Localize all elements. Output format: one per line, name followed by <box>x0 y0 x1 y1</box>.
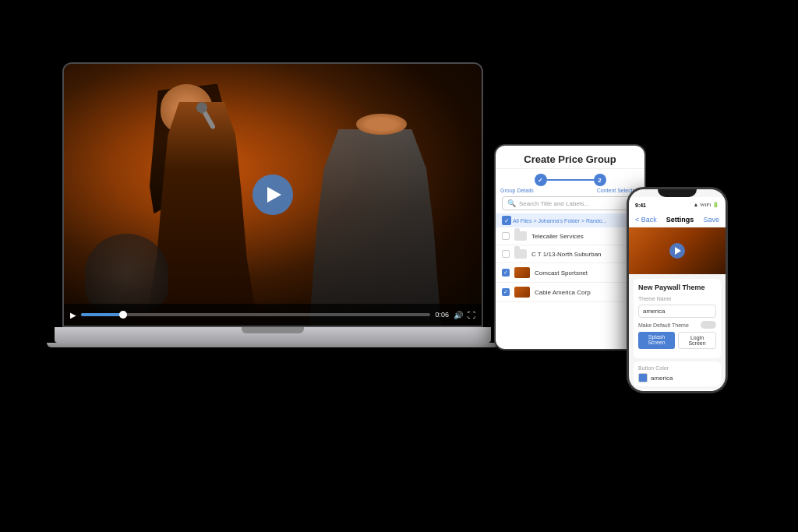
play-button[interactable] <box>252 174 293 215</box>
laptop: ▶ 0:06 🔊 ⛶ <box>47 62 499 405</box>
default-toggle-label: Make Default Theme <box>638 322 689 328</box>
tablet-header: Create Price Group <box>496 146 644 169</box>
guitarist-figure <box>302 129 449 326</box>
breadcrumb-checkbox[interactable]: ✓ <box>502 216 511 225</box>
time-display: 0:06 <box>435 311 449 319</box>
guitarist-head <box>356 114 406 135</box>
list-item: C T 1/13-North Suburban <box>496 245 644 263</box>
button-color-label: Button Color <box>638 365 716 371</box>
phone-form-section: New Paywall Theme Theme Name america Mak… <box>634 279 721 358</box>
item-label-3: Cable America Corp <box>535 289 591 296</box>
phone-back-button[interactable]: < Back <box>635 216 657 224</box>
item-checkbox-2[interactable]: ✓ <box>502 269 510 277</box>
button-text-color-section: Button Text Colour #fff <box>634 389 721 393</box>
folder-icon <box>514 231 527 241</box>
tablet-breadcrumb: ✓ All Files > Johanna's Folder > Rando..… <box>496 213 644 227</box>
step-line <box>547 179 594 181</box>
phone: 9:41 ▲ WiFi 🔋 < Back Settings Save New P… <box>627 187 728 393</box>
item-checkbox-1[interactable] <box>502 250 510 258</box>
phone-time: 9:41 <box>635 203 646 208</box>
progress-bar[interactable] <box>81 313 430 316</box>
phone-form-title: New Paywall Theme <box>638 284 716 291</box>
tablet: Create Price Group ✓ 2 Group Details Con… <box>494 144 646 351</box>
phone-video-thumbnail <box>629 227 726 274</box>
item-label-1: C T 1/13-North Suburban <box>531 251 602 258</box>
concert-background: ▶ 0:06 🔊 ⛶ <box>64 64 482 326</box>
screen-btn-row: Splash Screen Login Screen <box>638 332 716 349</box>
progress-thumb <box>119 311 127 319</box>
tablet-steps: ✓ 2 <box>496 169 644 188</box>
drum-kit <box>85 234 168 312</box>
tablet-search[interactable]: 🔍 Search Title and Labels... <box>502 196 638 210</box>
play-icon <box>267 187 281 203</box>
video-thumbnail <box>514 267 530 278</box>
item-label-2: Comcast Sportsnet <box>535 270 588 277</box>
list-item: ✓ Comcast Sportsnet <box>496 263 644 283</box>
phone-notch <box>658 189 697 197</box>
phone-status-bar: 9:41 ▲ WiFi 🔋 <box>629 197 726 213</box>
phone-save-button[interactable]: Save <box>703 216 719 224</box>
step-labels: Group Details Content Selection <box>496 188 644 193</box>
default-toggle-row: Make Default Theme <box>638 321 716 329</box>
check-icon: ✓ <box>504 217 510 224</box>
laptop-screen-outer: ▶ 0:06 🔊 ⛶ <box>62 62 483 327</box>
fullscreen-icon[interactable]: ⛶ <box>468 311 475 319</box>
splash-screen-button[interactable]: Splash Screen <box>638 332 675 349</box>
breadcrumb-path: All Files > Johanna's Folder > Rando... <box>513 218 606 224</box>
folder-icon <box>514 249 527 259</box>
button-color-swatch[interactable] <box>638 373 648 382</box>
phone-screen: 9:41 ▲ WiFi 🔋 < Back Settings Save New P… <box>629 189 726 391</box>
video-controls: ▶ 0:06 🔊 ⛶ <box>64 304 482 326</box>
phone-play-icon <box>675 247 681 255</box>
video-thumbnail <box>514 287 530 298</box>
tablet-screen: Create Price Group ✓ 2 Group Details Con… <box>496 146 644 349</box>
phone-header-title: Settings <box>666 216 694 224</box>
item-checkbox-3[interactable]: ✓ <box>502 288 510 296</box>
default-toggle[interactable] <box>701 321 716 329</box>
item-label-0: Telecaller Services <box>531 233 584 240</box>
laptop-notch <box>242 327 304 333</box>
tablet-title: Create Price Group <box>502 153 638 165</box>
theme-name-label: Theme Name <box>638 296 716 301</box>
step-1-label: Group Details <box>500 188 534 193</box>
step-1-circle: ✓ <box>535 174 547 186</box>
list-item: Telecaller Services <box>496 227 644 245</box>
phone-header: < Back Settings Save <box>629 213 726 227</box>
list-item: ✓ Cable America Corp <box>496 283 644 302</box>
search-icon: 🔍 <box>507 199 516 207</box>
progress-fill <box>81 313 123 316</box>
phone-status-icons: ▲ WiFi 🔋 <box>694 202 719 208</box>
phone-play-button[interactable] <box>669 243 685 259</box>
step-2-circle: 2 <box>594 174 606 186</box>
search-placeholder: Search Title and Labels... <box>519 200 589 207</box>
laptop-base <box>55 327 491 343</box>
laptop-foot <box>47 343 499 347</box>
item-checkbox-0[interactable] <box>502 232 510 240</box>
button-color-text: america <box>651 375 673 382</box>
volume-icon[interactable]: 🔊 <box>454 311 463 319</box>
button-color-section: Button Color america <box>634 361 721 386</box>
button-color-value: america <box>638 373 716 382</box>
video-play-icon[interactable]: ▶ <box>70 311 76 319</box>
laptop-screen: ▶ 0:06 🔊 ⛶ <box>64 64 482 326</box>
scene: ▶ 0:06 🔊 ⛶ Creat <box>0 0 798 532</box>
theme-name-input[interactable]: america <box>638 305 716 318</box>
login-screen-button[interactable]: Login Screen <box>678 332 716 349</box>
